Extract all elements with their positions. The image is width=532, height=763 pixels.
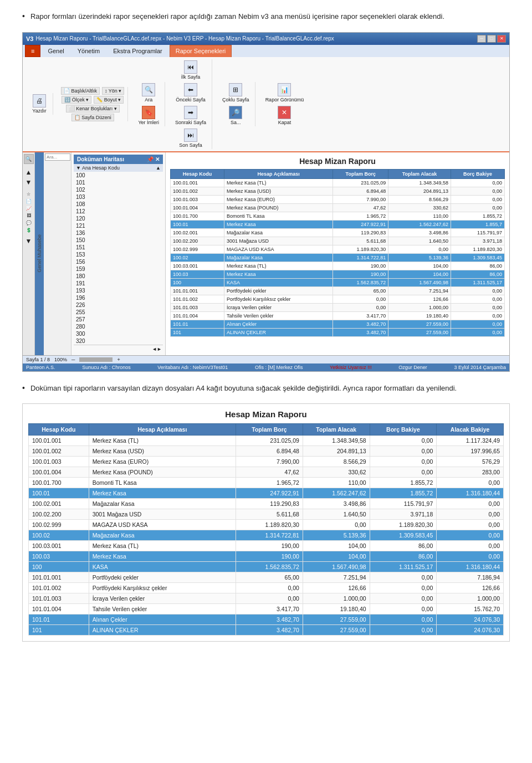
icon-6[interactable]: 💲	[26, 228, 32, 233]
boyut-button[interactable]: 📏 Boyut ▾	[94, 96, 124, 104]
r2-cell-balacak: 1.000,00	[437, 593, 504, 604]
sidebar-item-320[interactable]: 320	[74, 337, 163, 345]
nav-arrow-down[interactable]: ▼	[25, 178, 32, 186]
tab-genel[interactable]: Genel	[42, 45, 70, 57]
sidebar-item-280[interactable]: 280	[74, 323, 163, 330]
minimize-button[interactable]: ─	[477, 35, 486, 43]
cell-borc: 7.990,00	[333, 195, 388, 203]
search-sidebar-icon[interactable]: 🔍	[24, 154, 34, 164]
zoom-button[interactable]: 🔎 Sa...	[226, 105, 245, 126]
icon-3[interactable]: 📈	[26, 206, 32, 211]
ilk-sayfa-button[interactable]: ⏮ İlk Sayfa	[179, 59, 203, 81]
cell-kod: 100.01.700	[171, 212, 224, 220]
olcek-button[interactable]: 🔢 Ölçek ▾	[62, 96, 91, 104]
bullet-item-1: • Rapor formları üzerindeki rapor seçene…	[22, 11, 510, 22]
sidebar-item-191[interactable]: 191	[74, 280, 163, 287]
app-menu-button[interactable]: ≡	[25, 45, 40, 57]
r2-cell-acik: Alınan Çekler	[89, 615, 236, 625]
zoom-slider[interactable]	[79, 357, 112, 362]
cell-alacak: 330,62	[388, 203, 451, 212]
table-row: 100.01.700 Bomonti TL Kasa 1.965,72 110,…	[29, 478, 504, 488]
nav-arrow-down2[interactable]: ▼	[25, 237, 32, 245]
r2-cell-acik: KASA	[89, 562, 236, 572]
kapat-button[interactable]: ✕ Kapat	[274, 105, 294, 126]
yazdir-button[interactable]: 🖨 Yazdır	[29, 93, 49, 115]
cell-bakiye: 3.971,18	[451, 237, 504, 245]
table-row: 100 KASA 1.562.835,72 1.567.490,98 1.311…	[171, 278, 505, 286]
sidebar-item-255[interactable]: 255	[74, 309, 163, 316]
icon-2[interactable]: 📄	[26, 199, 32, 204]
baslik-button[interactable]: 📄 Başlık/Altlık	[61, 87, 100, 95]
r2-cell-alacak: 1.000,00	[303, 593, 370, 604]
table-row: 100.03.001 Merkez Kasa (TL) 190,00 104,0…	[29, 541, 504, 551]
table-row: 100.03 Merkez Kasa 190,00 104,00 86,00	[171, 270, 505, 278]
titlebar-buttons[interactable]: ─ □ ✕	[477, 35, 506, 43]
sidebar-pin-icon[interactable]: 📌 ✕	[147, 156, 160, 162]
r2-cell-balacak: 24.076,30	[437, 615, 504, 625]
table-row: 101.01.003 İcraya Verilen çekler 0,00 1.…	[171, 303, 505, 311]
page-info: Sayfa 1 / 8	[26, 357, 50, 362]
sidebar-scroll-up[interactable]: ▲	[156, 165, 161, 171]
sidebar-item-101[interactable]: 101	[74, 179, 163, 186]
table-row: 100.02 Mağazalar Kasa 1.314.722,81 5.139…	[29, 530, 504, 541]
search-input[interactable]	[45, 153, 70, 161]
sidebar-item-108[interactable]: 108	[74, 201, 163, 208]
zoom-plus[interactable]: +	[117, 357, 120, 362]
sidebar-item-159[interactable]: 159	[74, 265, 163, 273]
cell-borc: 47,62	[333, 203, 388, 212]
kenar-button[interactable]: ⬜ Kenar Boşlukları ▾	[66, 105, 120, 112]
r2-cell-alacak: 3.498,86	[303, 499, 370, 509]
screenshot2-container: Hesap Mizan Raporu Hesap Kodu Hesap Açık…	[22, 403, 510, 642]
sidebar-item-120[interactable]: 120	[74, 215, 163, 222]
sidebar-item-180[interactable]: 180	[74, 273, 163, 280]
sidebar-item-100[interactable]: 100	[74, 172, 163, 179]
icon-1[interactable]: ☆	[27, 192, 30, 197]
icon-5[interactable]: 💬	[26, 221, 32, 226]
sidebar-scroll-right[interactable]: ►	[157, 346, 162, 352]
cell-alacak: 1.562.247,62	[388, 220, 451, 228]
sidebar-item-103[interactable]: 103	[74, 193, 163, 201]
son-sayfa-button[interactable]: ⏭ Son Sayfa	[177, 127, 204, 149]
table-row: 100.02.001 Mağazalar Kasa 119.290,83 3.4…	[171, 228, 505, 237]
close-button[interactable]: ✕	[497, 35, 506, 43]
sidebar-item-300[interactable]: 300	[74, 330, 163, 337]
rapor-gorünumu-button[interactable]: 📊 Rapor Görünümü	[263, 82, 306, 104]
r2-cell-bborc: 86,00	[370, 541, 437, 551]
onceki-sayfa-button[interactable]: ⬅ Önceki Sayfa	[173, 82, 208, 104]
sidebar-item-156[interactable]: 156	[74, 258, 163, 265]
ribbon-group-yazdir: 🖨 Yazdır	[26, 93, 53, 115]
sidebar-scroll-left[interactable]: ◄	[152, 346, 157, 352]
sidebar-item-193[interactable]: 193	[74, 287, 163, 294]
sidebar-item-226[interactable]: 226	[74, 301, 163, 309]
yer-imleri-button[interactable]: 🔖 Yer İmleri	[136, 105, 161, 126]
tab-yonetim[interactable]: Yönetim	[71, 45, 106, 57]
sidebar-item-150[interactable]: 150	[74, 237, 163, 244]
icon-4[interactable]: 🖼	[27, 213, 31, 218]
sidebar-item-196[interactable]: 196	[74, 294, 163, 301]
zoom-minus[interactable]: ─	[71, 357, 75, 362]
sidebar-item-102[interactable]: 102	[74, 186, 163, 193]
sidebar-item-153[interactable]: 153	[74, 251, 163, 258]
sonraki-sayfa-button[interactable]: ➡ Sonraki Sayfa	[173, 105, 208, 126]
cell-acik: Mağazalar Kasa	[224, 253, 332, 262]
first-page-icon: ⏮	[184, 60, 197, 74]
sidebar-item-121[interactable]: 121	[74, 222, 163, 229]
coklu-sayfa-button[interactable]: ⊞ Çoklu Sayfa	[220, 82, 252, 104]
sayfa-duzeni-button[interactable]: 📋 Sayfa Düzeni	[71, 114, 114, 121]
nav-arrow-up[interactable]: ▲	[25, 168, 32, 176]
sidebar-item-112[interactable]: 112	[74, 208, 163, 215]
maximize-button[interactable]: □	[487, 35, 496, 43]
cell-alacak: 1.640,50	[388, 237, 451, 245]
r2-cell-acik: İcraya Verilen çekler	[89, 593, 236, 604]
cell-acik: KASA	[224, 278, 332, 286]
yer-imleri-label: Yer İmleri	[138, 120, 159, 125]
tab-ekstra[interactable]: Ekstra Programlar	[107, 45, 168, 57]
sidebar-item-151[interactable]: 151	[74, 244, 163, 251]
r2-cell-balacak: 24.076,30	[437, 625, 504, 636]
ara-button[interactable]: 🔍 Ara	[139, 82, 158, 104]
yon-button[interactable]: ↕ Yön ▾	[102, 87, 124, 95]
sidebar-item-257[interactable]: 257	[74, 316, 163, 323]
r2-cell-borc: 65,00	[236, 572, 303, 583]
tab-rapor-secenekleri[interactable]: Rapor Seçenekleri	[170, 45, 232, 57]
sidebar-item-136[interactable]: 136	[74, 229, 163, 237]
